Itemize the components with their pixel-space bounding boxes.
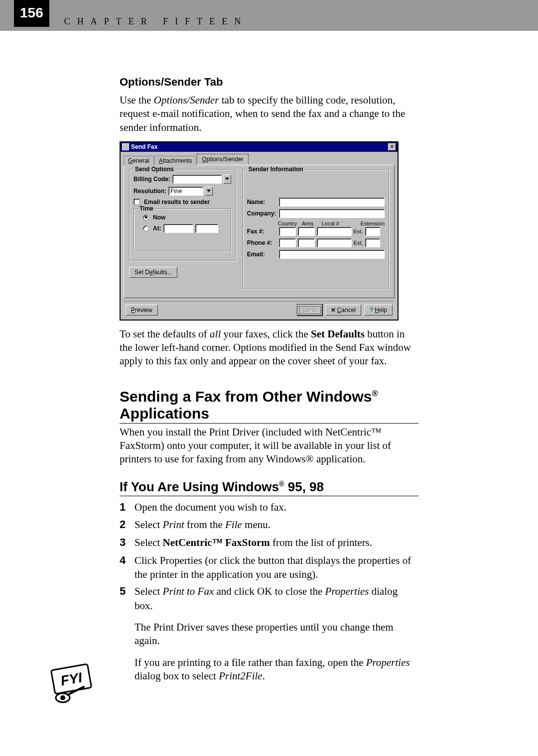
resolution-select[interactable]: Fine — [168, 187, 203, 196]
chevron-down-icon — [225, 178, 229, 181]
col-extension: Extension — [361, 220, 385, 226]
label-fax: Fax #: — [247, 228, 277, 235]
step-5-text: Select Print to Fax and click OK to clos… — [134, 584, 418, 613]
radio-now[interactable] — [143, 215, 149, 220]
step-4-text: Click Properties (or click the button th… — [134, 553, 418, 582]
group-title-time: Time — [138, 205, 155, 212]
step-4: 4 Click Properties (or click the button … — [120, 553, 418, 582]
col-area: Area — [302, 220, 319, 226]
help-button[interactable]: ?Help — [364, 305, 393, 316]
dialog-title: Send Fax — [131, 143, 157, 150]
heading3-pre: If You Are Using Windows — [120, 479, 279, 494]
dialog-titlebar: Send Fax × — [121, 142, 398, 152]
at-time-input[interactable] — [195, 224, 218, 233]
group-send-options: Send Options Billing Code: Resolution: F… — [129, 169, 236, 261]
label-billing-code: Billing Code: — [134, 176, 170, 183]
group-sender-info: Sender Information Name: Company: — [243, 169, 389, 289]
page-header: 156 CHAPTER FIFTEEN — [0, 0, 538, 31]
heading-sending-fax: Sending a Fax from Other Windows® Applic… — [120, 388, 418, 424]
preview-button[interactable]: Preview — [126, 305, 158, 316]
step-number-icon: 5 — [120, 584, 130, 612]
fax-country-input[interactable] — [279, 227, 296, 236]
col-local: Local # — [322, 220, 358, 226]
tab-options-sender[interactable]: Options/Sender — [197, 154, 248, 165]
heading2-post: Applications — [120, 405, 209, 422]
label-email: Email: — [247, 251, 277, 258]
fax-local-input[interactable] — [317, 227, 352, 236]
group-time: Time Now At: — [134, 209, 231, 251]
cancel-button[interactable]: ✕Cancel — [325, 305, 361, 316]
label-phone: Phone #: — [247, 239, 277, 246]
label-now: Now — [153, 214, 165, 221]
step-1: 1 Open the document you wish to fax. — [120, 500, 418, 515]
set-defaults-button[interactable]: Set Defaults... — [129, 267, 177, 278]
send-button[interactable]: Send — [297, 305, 322, 316]
steps-list: 1 Open the document you wish to fax. 2 S… — [120, 500, 418, 683]
step-3: 3 Select NetCentric™ FaxStorm from the l… — [120, 536, 418, 550]
step-number-icon: 1 — [120, 500, 130, 515]
after-dialog-paragraph: To set the defaults of all your faxes, c… — [120, 327, 418, 368]
step-3-text: Select NetCentric™ FaxStorm from the lis… — [134, 536, 372, 550]
label-at: At: — [153, 225, 161, 232]
fax-ext-input[interactable] — [365, 227, 380, 236]
app-icon — [122, 143, 129, 150]
label-fax-ext: Ext. — [354, 228, 363, 234]
billing-code-dropdown-button[interactable] — [223, 175, 231, 184]
company-input[interactable] — [279, 209, 385, 218]
billing-code-input[interactable] — [172, 175, 222, 184]
heading-win95: If You Are Using Windows® 95, 98 — [120, 479, 418, 496]
label-phone-ext: Ext. — [354, 240, 363, 246]
label-name: Name: — [247, 199, 277, 206]
heading2-pre: Sending a Fax from Other Windows — [120, 388, 372, 405]
step-number-icon: 4 — [120, 553, 130, 581]
step-2-text: Select Print from the File menu. — [134, 518, 270, 533]
group-title-sender: Sender Information — [247, 166, 305, 173]
para-sending-fax: When you install the Print Driver (inclu… — [120, 426, 418, 466]
tab-strip: General Attachments Options/Sender — [121, 152, 398, 165]
step-5-note-1: The Print Driver saves these properties … — [134, 621, 418, 648]
label-email-results: Email results to sender — [144, 199, 210, 206]
tab-page-options-sender: Send Options Billing Code: Resolution: F… — [124, 165, 395, 298]
dialog-button-bar: Preview Send ✕Cancel ?Help — [121, 302, 398, 320]
step-number-icon: 3 — [120, 535, 130, 550]
page-content: Options/Sender Tab Use the Options/Sende… — [120, 31, 418, 683]
group-title-send-options: Send Options — [134, 166, 175, 173]
at-date-input[interactable] — [163, 224, 193, 233]
fax-area-input[interactable] — [298, 227, 315, 236]
label-resolution: Resolution: — [134, 188, 166, 195]
col-country: Country — [278, 220, 299, 226]
chapter-header: CHAPTER FIFTEEN — [64, 16, 248, 27]
close-icon[interactable]: × — [388, 143, 396, 151]
step-number-icon: 2 — [120, 517, 130, 532]
step-2: 2 Select Print from the File menu. — [120, 518, 418, 533]
name-input[interactable] — [279, 198, 385, 207]
page-number: 156 — [14, 0, 49, 27]
send-fax-dialog: Send Fax × General Attachments Options/S… — [120, 141, 399, 321]
radio-at[interactable] — [143, 225, 149, 231]
phone-column-headers: Country Area Local # Extension — [278, 220, 385, 226]
resolution-dropdown-button[interactable] — [205, 187, 213, 196]
step-5: 5 Select Print to Fax and click OK to cl… — [120, 584, 418, 683]
step-5-note-2: If you are printing to a file rather tha… — [134, 656, 418, 683]
section-heading: Options/Sender Tab — [120, 76, 418, 89]
intro-paragraph: Use the Options/Sender tab to specify th… — [120, 94, 418, 134]
svg-marker-1 — [207, 190, 211, 192]
svg-marker-0 — [225, 178, 229, 180]
heading3-post: 95, 98 — [284, 479, 324, 494]
phone-ext-input[interactable] — [365, 238, 380, 247]
label-company: Company: — [247, 210, 277, 217]
email-input[interactable] — [279, 250, 385, 259]
tab-general[interactable]: General — [124, 156, 154, 165]
email-results-checkbox[interactable] — [134, 199, 140, 205]
tab-attachments[interactable]: Attachments — [154, 156, 197, 165]
phone-local-input[interactable] — [317, 238, 352, 247]
phone-country-input[interactable] — [279, 238, 296, 247]
fyi-icon: FYI — [45, 662, 100, 686]
step-1-text: Open the document you wish to fax. — [134, 500, 286, 515]
phone-area-input[interactable] — [298, 238, 315, 247]
chevron-down-icon — [207, 190, 211, 193]
